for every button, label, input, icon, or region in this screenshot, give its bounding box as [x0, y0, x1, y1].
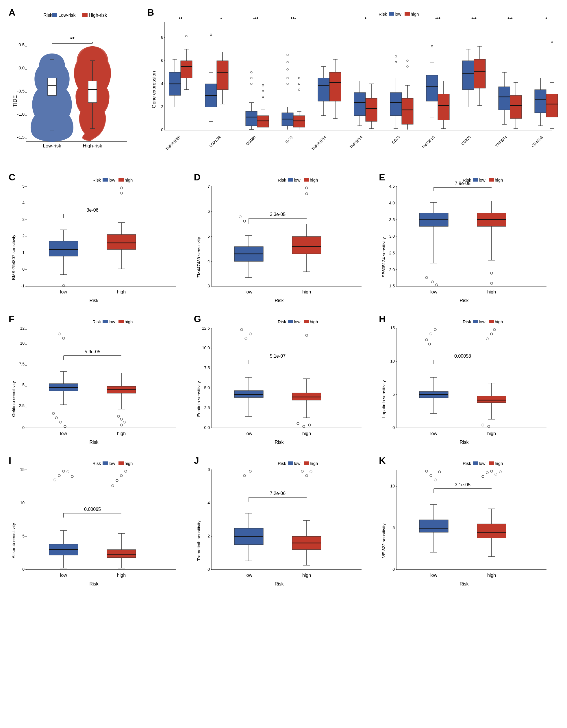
svg-text:TNFSF14: TNFSF14 — [349, 135, 363, 149]
svg-point-46 — [262, 90, 264, 92]
panel-G-label: G — [194, 314, 201, 324]
svg-text:low: low — [294, 319, 300, 324]
gene-CD70: CD70 — [390, 56, 413, 145]
legend-low-label-B: low — [395, 12, 401, 16]
svg-text:5.1e-07: 5.1e-07 — [270, 354, 285, 359]
svg-text:7.5: 7.5 — [204, 365, 210, 370]
svg-rect-302 — [103, 320, 108, 323]
svg-point-429 — [486, 338, 488, 340]
svg-text:ZM447439 sensitivity: ZM447439 sensitivity — [196, 237, 201, 278]
svg-text:5: 5 — [22, 534, 25, 538]
svg-point-419 — [430, 333, 432, 335]
svg-text:low: low — [294, 461, 300, 466]
panel-E-label: E — [379, 172, 385, 183]
y-tick-A-0: 0.0 — [19, 65, 25, 70]
ytick-B-2: 2 — [161, 104, 163, 109]
svg-point-102 — [395, 61, 397, 63]
y-tick-A-m10: -1.0 — [17, 112, 25, 117]
svg-point-557 — [495, 473, 497, 475]
svg-rect-60 — [293, 116, 305, 127]
svg-text:low: low — [430, 573, 437, 578]
svg-rect-441 — [103, 461, 108, 465]
svg-point-555 — [486, 472, 488, 474]
svg-text:Risk: Risk — [460, 440, 469, 445]
svg-point-340 — [120, 424, 123, 426]
svg-point-59 — [287, 54, 288, 56]
svg-rect-156 — [535, 90, 546, 113]
svg-text:7.9e-05: 7.9e-05 — [455, 181, 470, 186]
svg-text:2.0: 2.0 — [389, 267, 395, 272]
svg-text:2: 2 — [208, 534, 210, 538]
svg-text:high: high — [117, 289, 126, 294]
iqr-box-high-A — [88, 81, 97, 103]
svg-text:TNFRSF14: TNFRSF14 — [311, 135, 327, 151]
svg-text:Risk: Risk — [463, 319, 471, 324]
svg-text:Risk: Risk — [89, 581, 99, 586]
gene-TNFSF4: *** TNFSF4 — [495, 17, 522, 148]
svg-text:low: low — [430, 289, 437, 294]
ytick-B-0: 0 — [161, 128, 163, 132]
svg-rect-467 — [107, 550, 136, 558]
svg-point-516 — [310, 471, 312, 473]
svg-text:high: high — [302, 289, 311, 294]
svg-point-474 — [116, 479, 118, 482]
svg-rect-548 — [477, 524, 506, 538]
svg-rect-527 — [489, 461, 494, 465]
svg-text:low: low — [479, 461, 485, 466]
svg-text:SB605124 sensitivity: SB605124 sensitivity — [381, 237, 386, 278]
panel-B: B Risk low high Gene expression 0 2 4 6 … — [145, 6, 564, 168]
svg-text:15: 15 — [20, 467, 25, 472]
svg-text:Risk: Risk — [278, 319, 286, 324]
legend-high-label-A: High-risk — [89, 13, 107, 18]
svg-point-206 — [120, 192, 123, 194]
svg-point-386 — [302, 425, 305, 428]
svg-rect-525 — [473, 461, 478, 465]
svg-text:5: 5 — [22, 383, 25, 387]
svg-text:12.5: 12.5 — [202, 326, 210, 330]
ytick-B-6: 6 — [161, 58, 163, 63]
svg-rect-397 — [473, 320, 478, 323]
panel-C-label: C — [9, 172, 15, 183]
svg-text:3: 3 — [208, 284, 210, 288]
svg-point-473 — [112, 485, 114, 487]
svg-text:high: high — [125, 461, 133, 466]
legend-high-A — [82, 13, 88, 17]
svg-rect-192 — [49, 241, 78, 256]
svg-text:Risk: Risk — [460, 581, 469, 586]
figure-container: A Risk Low-risk High-risk TIDE 0.5 0.0 -… — [0, 0, 567, 601]
svg-point-45 — [262, 96, 264, 98]
gene-TNFSF14: * TNFSF14 — [349, 17, 377, 149]
svg-text:10: 10 — [20, 341, 25, 345]
panel-E: E Risk low high SB605124 sensitivity 1.5… — [376, 171, 561, 309]
svg-point-388 — [305, 334, 308, 337]
svg-point-168 — [551, 41, 553, 43]
svg-point-292 — [490, 272, 493, 274]
svg-point-285 — [435, 284, 438, 286]
gene-CD40LG: * CD40LG — [531, 17, 558, 148]
svg-text:low: low — [245, 431, 252, 436]
panel-E-svg: Risk low high SB605124 sensitivity 1.5 2… — [379, 173, 558, 306]
svg-text:high: high — [495, 319, 503, 324]
svg-text:high: high — [495, 461, 503, 466]
svg-text:4.5: 4.5 — [389, 184, 395, 189]
svg-point-293 — [490, 282, 493, 284]
svg-point-547 — [438, 471, 441, 473]
panel-C: C Risk low high BMS-754807 sensitivity -… — [6, 171, 191, 309]
svg-text:Risk: Risk — [89, 440, 99, 445]
svg-rect-217 — [304, 178, 309, 182]
svg-text:12: 12 — [20, 326, 25, 330]
svg-text:*: * — [545, 17, 547, 22]
svg-text:4.0: 4.0 — [389, 201, 395, 205]
svg-text:1.5: 1.5 — [389, 284, 395, 288]
svg-text:high: high — [302, 431, 311, 436]
y-axis-label-B: Gene expression — [151, 71, 157, 108]
svg-text:3.3e-05: 3.3e-05 — [270, 212, 285, 217]
svg-point-421 — [428, 343, 431, 345]
panel-D-svg: Risk low high ZM447439 sensitivity 3 4 5… — [194, 173, 373, 306]
svg-text:3.1e-05: 3.1e-05 — [455, 482, 470, 487]
panel-K-label: K — [379, 455, 385, 466]
svg-point-430 — [493, 328, 496, 331]
svg-text:IDO2: IDO2 — [284, 135, 294, 144]
svg-point-58 — [287, 61, 288, 63]
svg-point-385 — [297, 422, 299, 425]
